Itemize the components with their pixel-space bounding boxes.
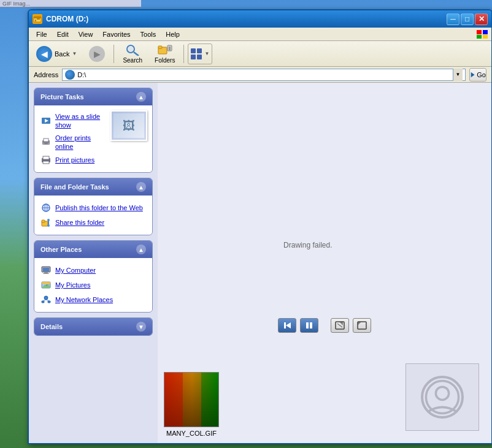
file-folder-tasks-collapse-icon[interactable]: ▲: [136, 182, 146, 192]
desktop: GIF Imag... CDROM (D:) ─ □ ✕ File Edi: [0, 0, 492, 448]
svg-rect-3: [37, 18, 40, 20]
title-bar: CDROM (D:) ─ □ ✕: [29, 10, 491, 28]
svg-rect-26: [43, 161, 49, 164]
main-window: CDROM (D:) ─ □ ✕ File Edit View Favorite…: [28, 9, 492, 444]
address-input-wrap[interactable]: D:\ ▼: [62, 69, 466, 81]
gif-thumbnail: [164, 372, 219, 427]
menu-file[interactable]: File: [31, 29, 52, 39]
minimize-button[interactable]: ─: [447, 13, 459, 25]
svg-point-22: [43, 142, 45, 144]
color-gradient-svg: [164, 373, 219, 427]
picture-tasks-section: Picture Tasks ▲ 🖼 View as a slide show: [34, 88, 153, 173]
menu-favorites[interactable]: Favorites: [98, 29, 135, 39]
close-button[interactable]: ✕: [475, 13, 488, 25]
size-down-button[interactable]: [331, 318, 349, 333]
placeholder-icon: [421, 376, 464, 419]
picture-tasks-header[interactable]: Picture Tasks ▲: [34, 88, 152, 105]
task-my-network[interactable]: My Network Places: [39, 292, 147, 307]
my-network-icon: [40, 294, 52, 305]
address-label: Address: [34, 71, 58, 78]
size-up-button[interactable]: [353, 318, 371, 333]
search-button[interactable]: Search: [118, 44, 147, 64]
details-header[interactable]: Details ▼: [34, 318, 152, 335]
go-arrow-icon: [470, 71, 475, 78]
svg-marker-50: [286, 322, 291, 328]
task-publish-web[interactable]: Publish this folder to the Web: [39, 200, 147, 215]
print-icon: [40, 154, 52, 165]
details-title: Details: [40, 323, 63, 330]
details-collapse-icon[interactable]: ▼: [136, 322, 146, 332]
gif-item[interactable]: MANY_COL.GIF: [164, 372, 219, 437]
background-window: GIF Imag...: [0, 0, 141, 7]
svg-marker-17: [471, 72, 475, 77]
go-button[interactable]: Go: [469, 68, 486, 82]
svg-rect-45: [42, 301, 44, 303]
svg-rect-41: [42, 282, 50, 284]
task-my-computer[interactable]: My Computer: [39, 263, 147, 278]
forward-arrow-icon: ▶: [89, 46, 105, 62]
svg-rect-25: [43, 156, 49, 159]
task-slideshow[interactable]: View as a slide show: [39, 110, 106, 132]
task-share-folder[interactable]: Share this folder: [39, 215, 147, 230]
svg-line-47: [43, 300, 46, 301]
play-pause-button[interactable]: [300, 318, 318, 333]
file-folder-tasks-title: File and Folder Tasks: [40, 183, 109, 191]
drawing-failed-text: Drawing failed.: [283, 241, 332, 249]
thumbnail-image: 🖼: [113, 113, 144, 138]
file-folder-tasks-body: Publish this folder to the Web Share thi…: [34, 196, 152, 235]
views-button[interactable]: ▼: [188, 44, 212, 64]
forward-button[interactable]: ▶: [84, 44, 110, 64]
menu-tools[interactable]: Tools: [136, 29, 161, 39]
large-placeholder-thumbnail: [406, 363, 479, 431]
svg-point-10: [128, 47, 133, 51]
svg-rect-32: [42, 220, 45, 222]
svg-rect-12: [158, 46, 162, 48]
menu-bar: File Edit View Favorites Tools Help: [29, 28, 491, 41]
task-my-pictures[interactable]: My Pictures: [39, 278, 147, 292]
picture-tasks-title: Picture Tasks: [40, 93, 84, 101]
svg-rect-2: [35, 20, 36, 21]
task-order-prints[interactable]: Order prints online: [39, 132, 106, 153]
address-dropdown-button[interactable]: ▼: [453, 69, 463, 81]
play-prev-button[interactable]: [278, 318, 296, 333]
picture-thumbnail: 🖼: [110, 110, 147, 141]
svg-line-48: [46, 300, 49, 301]
picture-tasks-collapse-icon[interactable]: ▲: [136, 92, 146, 102]
svg-rect-46: [48, 301, 50, 303]
menu-help[interactable]: Help: [161, 29, 185, 39]
svg-marker-57: [358, 322, 361, 325]
svg-rect-51: [306, 322, 309, 328]
back-button[interactable]: ◀ Back ▼: [31, 44, 82, 64]
windows-flag: [475, 29, 489, 40]
svg-point-64: [436, 387, 448, 400]
svg-rect-6: [477, 35, 482, 39]
folders-icon: [158, 44, 172, 56]
task-slideshow-label: View as a slide show: [55, 112, 104, 130]
task-print-pictures[interactable]: Print pictures: [39, 153, 147, 167]
other-places-section: Other Places ▲ My Computer: [34, 240, 153, 313]
task-print-pictures-label: Print pictures: [55, 156, 94, 164]
other-places-title: Other Places: [40, 246, 82, 253]
folders-button[interactable]: Folders: [150, 44, 180, 64]
toolbar: ◀ Back ▼ ▶ Search: [29, 41, 491, 67]
views-icon: [191, 48, 202, 59]
task-share-folder-label: Share this folder: [55, 218, 104, 227]
address-bar: Address D:\ ▼ Go: [29, 67, 491, 83]
menu-view[interactable]: View: [74, 29, 98, 39]
task-order-prints-label: Order prints online: [55, 134, 104, 151]
picture-tasks-body: 🖼 View as a slide show Or: [34, 105, 152, 172]
maximize-button[interactable]: □: [461, 13, 474, 25]
menu-edit[interactable]: Edit: [52, 29, 74, 39]
main-content: Picture Tasks ▲ 🖼 View as a slide show: [29, 83, 491, 443]
back-arrow-icon: ◀: [36, 46, 52, 62]
toolbar-separator-2: [183, 45, 184, 63]
file-folder-tasks-header[interactable]: File and Folder Tasks ▲: [34, 178, 152, 196]
address-location-icon: [65, 70, 75, 80]
svg-rect-52: [310, 322, 312, 328]
window-title: CDROM (D:): [46, 15, 447, 23]
other-places-header[interactable]: Other Places ▲: [34, 241, 152, 258]
svg-point-44: [44, 296, 48, 300]
task-my-pictures-label: My Pictures: [55, 281, 90, 289]
other-places-collapse-icon[interactable]: ▲: [136, 245, 146, 254]
my-computer-icon: [40, 265, 52, 276]
